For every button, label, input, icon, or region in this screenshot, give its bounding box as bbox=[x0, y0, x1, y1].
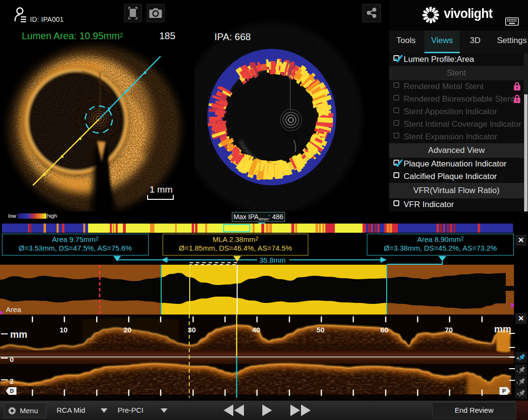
svg-text:×: × bbox=[516, 391, 519, 397]
svg-text:+: + bbox=[516, 355, 519, 361]
svg-text:›: › bbox=[516, 379, 518, 385]
svg-text:‹: ‹ bbox=[516, 368, 518, 374]
